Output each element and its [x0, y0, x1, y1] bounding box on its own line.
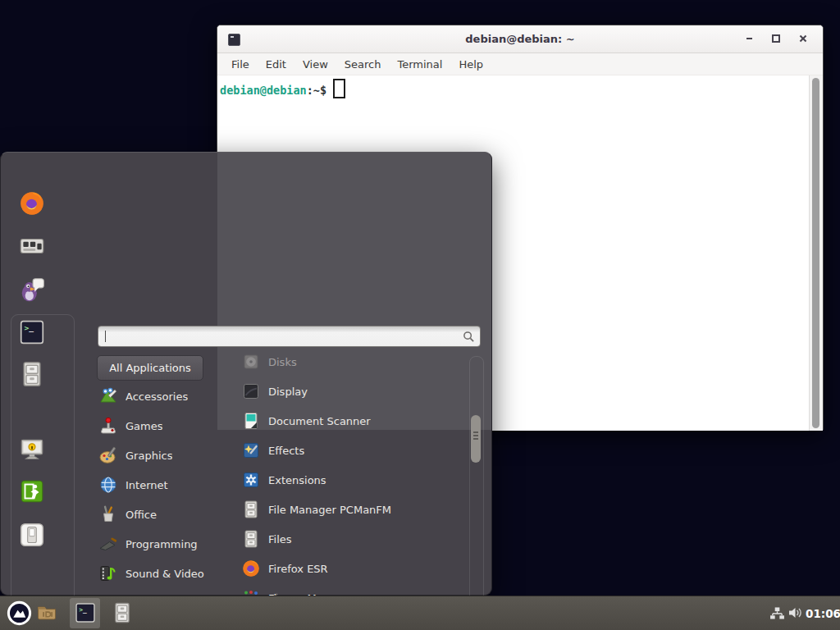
- search-input[interactable]: [106, 330, 463, 344]
- terminal-icon: > _: [74, 601, 97, 624]
- prompt-path: :~$: [307, 84, 326, 97]
- file-cabinet-icon: [111, 601, 134, 624]
- extensions-icon: [241, 470, 261, 490]
- file-cabinet-icon: [241, 500, 261, 519]
- folder-icon: [35, 601, 58, 624]
- firefox-icon: [18, 189, 46, 217]
- app-file-manager-pcmanfm[interactable]: File Manager PCManFM: [235, 495, 467, 524]
- office-icon: [98, 504, 118, 524]
- category-label: Sound & Video: [126, 568, 204, 580]
- firefox-icon: [241, 559, 261, 578]
- log-out-icon: [18, 477, 46, 505]
- graphics-icon: [98, 445, 118, 465]
- favorite-control-center[interactable]: [18, 232, 46, 260]
- app-label: Files: [268, 533, 292, 546]
- search-icon: [463, 331, 475, 343]
- app-display[interactable]: Display: [235, 377, 467, 406]
- volume-tray-icon[interactable]: [788, 606, 804, 623]
- close-icon[interactable]: [795, 30, 811, 47]
- menu-button-icon: [7, 600, 32, 626]
- accessories-icon: [98, 386, 118, 406]
- favorite-shut-down[interactable]: [18, 521, 46, 549]
- prompt-user-host: debian@debian: [220, 84, 307, 97]
- shell-prompt: debian@debian:~$: [220, 79, 345, 98]
- category-label: All Applications: [109, 362, 191, 374]
- category-graphics[interactable]: Graphics: [93, 441, 234, 470]
- maximize-icon[interactable]: [768, 30, 784, 47]
- sound-video-icon: [98, 564, 118, 583]
- pidgin-icon: [18, 276, 46, 304]
- effects-icon: [241, 441, 261, 460]
- internet-icon: [98, 475, 118, 495]
- favorite-log-out[interactable]: [18, 477, 46, 505]
- volume-icon: [788, 606, 804, 619]
- disks-icon: [241, 352, 261, 372]
- terminal-titlebar[interactable]: debian@debian: ~: [217, 25, 823, 53]
- menu-scrollbar-track[interactable]: [469, 356, 484, 630]
- menubar-item-view[interactable]: View: [295, 56, 336, 73]
- terminal-scrollbar-track[interactable]: [809, 75, 823, 431]
- terminal-window-icon: [228, 34, 240, 46]
- category-programming[interactable]: Programming: [93, 529, 234, 559]
- favorite-firefox[interactable]: [18, 189, 46, 217]
- app-label: Firefox ESR: [268, 563, 328, 575]
- network-icon: [769, 607, 785, 619]
- category-label: Office: [126, 509, 157, 521]
- app-files[interactable]: Files: [235, 524, 467, 554]
- taskbar-clock[interactable]: 01:06: [806, 607, 840, 620]
- minimize-icon[interactable]: [741, 30, 757, 47]
- taskbar-file-manager-button[interactable]: [35, 601, 58, 624]
- terminal-cursor: [333, 79, 345, 98]
- menubar-item-file[interactable]: File: [224, 56, 257, 73]
- category-internet[interactable]: Internet: [93, 470, 234, 500]
- terminal-window-title: debian@debian: ~: [217, 33, 823, 45]
- category-label: Internet: [126, 479, 168, 491]
- category-office[interactable]: Office: [93, 500, 234, 529]
- taskbar-terminal-button[interactable]: > _: [74, 601, 97, 624]
- category-sound-video[interactable]: Sound & Video: [93, 559, 234, 588]
- svg-text:_: _: [29, 323, 34, 332]
- applications-list: Disks Display Document Scanner: [235, 347, 467, 630]
- menu-scrollbar-thumb[interactable]: [471, 415, 481, 463]
- file-cabinet-icon: [241, 529, 261, 549]
- menu-button[interactable]: [7, 600, 32, 626]
- app-effects[interactable]: Effects: [235, 436, 467, 465]
- menu-search-box[interactable]: [98, 326, 481, 347]
- app-document-scanner[interactable]: Document Scanner: [235, 406, 467, 436]
- app-label: Effects: [268, 445, 304, 457]
- app-label: Disks: [268, 356, 297, 368]
- menubar-item-search[interactable]: Search: [337, 56, 389, 73]
- taskbar: > _: [0, 596, 840, 630]
- application-menu: debian: [0, 152, 492, 596]
- terminal-scrollbar-thumb[interactable]: [812, 78, 819, 428]
- menubar-item-edit[interactable]: Edit: [258, 56, 294, 73]
- category-label: Games: [126, 420, 162, 432]
- category-games[interactable]: Games: [93, 411, 234, 441]
- categories-list: Accessories Games Gra: [93, 381, 234, 630]
- svg-text:_: _: [83, 606, 87, 614]
- menubar-item-terminal[interactable]: Terminal: [390, 56, 450, 73]
- category-all-applications[interactable]: All Applications: [97, 355, 203, 381]
- app-extensions[interactable]: Extensions: [235, 465, 467, 495]
- favorite-pidgin[interactable]: [18, 276, 46, 304]
- terminal-icon: > _: [18, 318, 46, 346]
- menubar-item-help[interactable]: Help: [451, 56, 491, 73]
- taskbar-files-button[interactable]: [111, 601, 134, 624]
- category-label: Accessories: [126, 390, 188, 403]
- category-accessories[interactable]: Accessories: [93, 381, 234, 411]
- display-icon: [241, 381, 261, 401]
- favorite-terminal[interactable]: > _: [18, 318, 46, 346]
- favorite-file-manager[interactable]: [18, 360, 46, 388]
- programming-icon: [98, 534, 118, 554]
- app-firefox-esr[interactable]: Firefox ESR: [235, 554, 467, 583]
- terminal-menubar: File Edit View Search Terminal Help: [217, 53, 823, 75]
- network-tray-icon[interactable]: [769, 607, 785, 623]
- app-label: Extensions: [268, 474, 326, 486]
- favorite-lock-screen[interactable]: [18, 436, 46, 463]
- app-disks[interactable]: Disks: [235, 347, 467, 377]
- app-label: Display: [268, 386, 308, 398]
- shut-down-icon: [18, 521, 46, 549]
- games-icon: [98, 416, 118, 436]
- document-scanner-icon: [241, 411, 261, 431]
- app-label: Document Scanner: [268, 415, 371, 427]
